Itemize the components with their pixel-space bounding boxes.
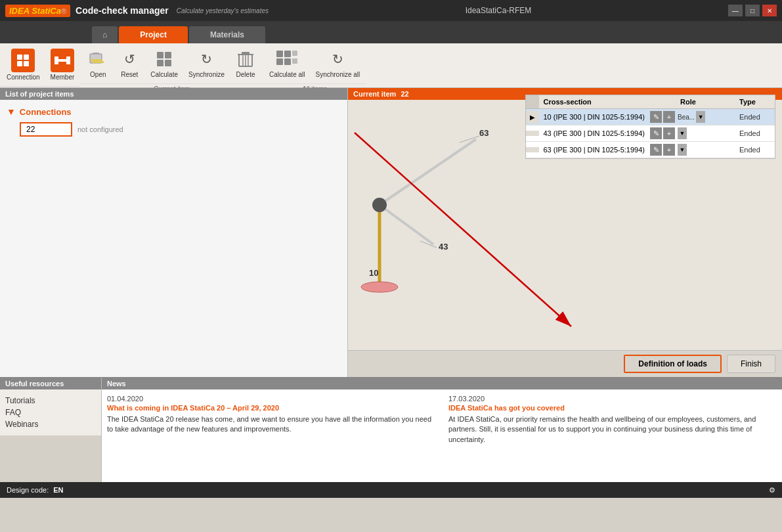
- logo-text: IDEA: [9, 6, 30, 16]
- cs-role-dropdown-43[interactable]: ▼: [678, 127, 687, 139]
- window-title: IdeaStatiCa-RFEM: [269, 6, 728, 15]
- right-panel: Current item 22 63 43 1: [348, 88, 782, 377]
- svg-rect-23: [292, 51, 297, 56]
- cs-edit-btns-63: ✎ +: [649, 143, 676, 157]
- cs-role-dropdown-63[interactable]: ▼: [678, 144, 687, 156]
- connection-icon: [11, 49, 35, 72]
- news-item-1: 01.04.2020 What is coming in IDEA StatiC…: [107, 395, 435, 445]
- news-grid: 01.04.2020 What is coming in IDEA StatiC…: [107, 395, 777, 445]
- design-code-label: Design code:: [7, 486, 49, 494]
- svg-text:63: 63: [479, 128, 489, 138]
- cs-edit-button-63[interactable]: ✎: [650, 144, 662, 156]
- cs-row-10[interactable]: ▶ 10 (IPE 300 | DIN 1025-5:1994) ✎ + Bea…: [526, 109, 775, 125]
- news-title-1[interactable]: What is coming in IDEA StatiCa 20 – Apri…: [107, 404, 435, 412]
- cs-section-10: 10 (IPE 300 | DIN 1025-5:1994): [539, 111, 649, 123]
- calculate-all-icon: [276, 49, 297, 70]
- svg-rect-19: [276, 51, 283, 57]
- list-panel-content: ▼ Connections 22 not configured: [0, 100, 347, 377]
- faq-link[interactable]: FAQ: [5, 407, 96, 418]
- toolbar-group-import: Connection Member Import: [0, 43, 81, 87]
- maximize-button[interactable]: □: [745, 5, 760, 16]
- cs-role-43: ▼: [676, 125, 735, 141]
- svg-point-30: [361, 282, 398, 292]
- news-date-1: 01.04.2020: [107, 395, 435, 403]
- synchronize-button[interactable]: ↻ Synchronize: [185, 46, 228, 81]
- member-icon: [51, 49, 74, 72]
- bottom-section: Useful resources Tutorials FAQ Webinars …: [0, 377, 782, 482]
- cs-type-10: Ended: [735, 111, 775, 123]
- close-button[interactable]: ✕: [762, 5, 777, 16]
- cs-edit-btns-10: ✎ +: [649, 110, 676, 124]
- tutorials-link[interactable]: Tutorials: [5, 395, 96, 407]
- nav-tab-materials[interactable]: Materials: [189, 26, 265, 43]
- svg-rect-11: [157, 60, 163, 66]
- cs-add-button-10[interactable]: +: [663, 111, 675, 123]
- status-icon[interactable]: ⚙: [769, 486, 775, 495]
- cs-add-button-63[interactable]: +: [663, 144, 675, 156]
- svg-rect-0: [17, 55, 22, 60]
- cs-header-role: Role: [676, 95, 735, 108]
- cs-edit-button-10[interactable]: ✎: [650, 111, 662, 123]
- cs-section-63: 63 (IPE 300 | DIN 1025-5:1994): [539, 144, 649, 156]
- resources-panel: Tutorials FAQ Webinars: [0, 389, 102, 435]
- svg-point-29: [372, 198, 387, 212]
- item-status: not configured: [77, 125, 123, 133]
- news-title-2[interactable]: IDEA StatiCa has got you covered: [448, 404, 777, 412]
- list-panel-header: List of project items: [0, 88, 347, 100]
- finish-button[interactable]: Finish: [727, 355, 775, 373]
- svg-rect-3: [24, 61, 29, 66]
- cs-header-type: Type: [735, 95, 775, 108]
- cs-role-dropdown-10[interactable]: ▼: [696, 111, 705, 123]
- calculate-button[interactable]: Calculate: [146, 46, 182, 81]
- expand-icon[interactable]: ▼: [7, 106, 16, 117]
- app-name: Code-check manager: [76, 5, 169, 16]
- cs-row-63[interactable]: 63 (IPE 300 | DIN 1025-5:1994) ✎ + ▼ End…: [526, 142, 775, 158]
- calculate-all-button[interactable]: Calculate all: [265, 46, 309, 81]
- delete-button[interactable]: Delete: [231, 46, 260, 81]
- cs-type-63: Ended: [735, 144, 775, 156]
- reset-icon: ↺: [119, 49, 140, 70]
- svg-rect-22: [284, 58, 291, 65]
- resources-header: Useful resources: [0, 378, 101, 389]
- open-button[interactable]: Open: [83, 46, 112, 81]
- definition-of-loads-button[interactable]: Definition of loads: [624, 355, 722, 373]
- svg-rect-24: [292, 58, 297, 64]
- svg-rect-5: [54, 56, 58, 64]
- cs-edit-button-43[interactable]: ✎: [650, 127, 662, 139]
- member-button[interactable]: Member: [47, 46, 79, 83]
- svg-rect-8: [93, 53, 99, 55]
- synchronize-all-icon: ↻: [327, 49, 348, 70]
- svg-rect-20: [284, 51, 291, 57]
- svg-text:10: 10: [369, 268, 378, 278]
- cs-row-43[interactable]: 43 (IPE 300 | DIN 1025-5:1994) ✎ + ▼ End…: [526, 125, 775, 142]
- news-body-1: The IDEA StatiCa 20 release has come, an…: [107, 414, 435, 435]
- svg-rect-2: [17, 61, 22, 66]
- reset-button[interactable]: ↺ Reset: [115, 46, 144, 81]
- nav-home-button[interactable]: ⌂: [92, 26, 118, 43]
- connections-label[interactable]: Connections: [20, 107, 72, 117]
- cs-section-43: 43 (IPE 300 | DIN 1025-5:1994): [539, 127, 649, 139]
- app-logo: IDEA StatiCa®: [5, 5, 70, 17]
- connection-item-22: 22 not configured: [7, 122, 341, 137]
- svg-rect-1: [24, 55, 29, 60]
- title-bar: IDEA StatiCa® Code-check manager Calcula…: [0, 0, 782, 21]
- synchronize-all-button[interactable]: ↻ Synchronize all: [312, 46, 364, 81]
- news-header: News: [102, 378, 782, 389]
- cs-add-button-43[interactable]: +: [663, 127, 675, 139]
- connection-button[interactable]: Connection: [3, 46, 44, 83]
- title-bar-left: IDEA StatiCa® Code-check manager Calcula…: [5, 5, 269, 17]
- nav-tab-project[interactable]: Project: [119, 26, 188, 43]
- design-code-area: Design code: EN: [7, 486, 64, 494]
- design-code-value: EN: [53, 486, 63, 494]
- cs-role-10: Bea... ▼: [676, 109, 735, 125]
- action-bar: Definition of loads Finish: [348, 350, 782, 377]
- cs-row-arrow-10: ▶: [526, 111, 539, 123]
- minimize-button[interactable]: —: [728, 5, 743, 16]
- synchronize-icon: ↻: [196, 49, 217, 70]
- webinars-link[interactable]: Webinars: [5, 418, 96, 430]
- svg-rect-10: [165, 52, 171, 58]
- svg-text:43: 43: [439, 242, 448, 252]
- item-id-box[interactable]: 22: [20, 122, 72, 137]
- cross-section-table: Cross-section Role Type ▶ 10 (IPE 300 | …: [525, 95, 775, 159]
- window-controls: — □ ✕: [728, 5, 777, 16]
